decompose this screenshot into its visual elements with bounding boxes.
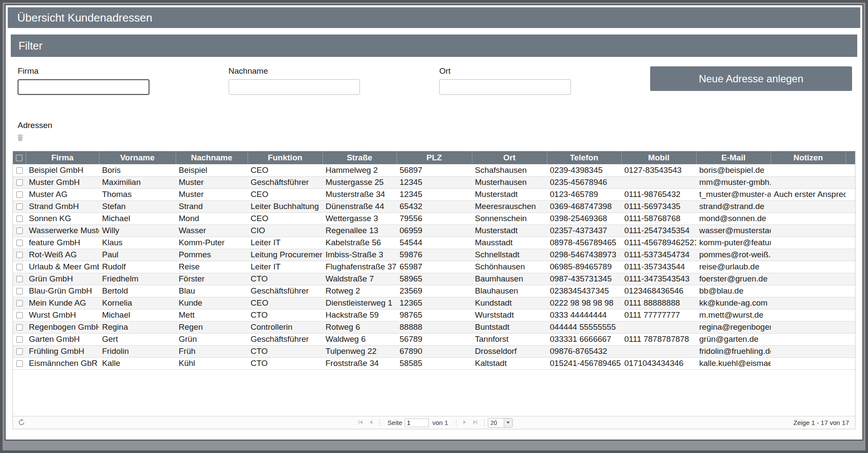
row-select-cell — [13, 321, 26, 333]
cell-plz: 88888 — [397, 321, 472, 333]
row-checkbox[interactable] — [16, 240, 23, 246]
row-select-cell — [13, 225, 26, 237]
table-row[interactable]: Beispiel GmbHBorisBeispielCEOHammelweg 2… — [13, 164, 855, 176]
new-address-button[interactable]: Neue Adresse anlegen — [650, 66, 852, 91]
table-row[interactable]: Sonnen KGMichaelMondCEOWettergasse 37955… — [13, 212, 855, 225]
row-checkbox[interactable] — [16, 312, 23, 319]
select-all-checkbox[interactable] — [16, 155, 22, 161]
cell-telefon: 0235-45678946 — [547, 176, 621, 188]
filter-section-header: Filter — [11, 34, 857, 57]
column-header-email[interactable]: E-Mail — [696, 151, 771, 164]
row-checkbox[interactable] — [16, 228, 23, 234]
table-row[interactable]: Frühling GmbHFridolinFrühCTOTulpenweg 22… — [13, 345, 855, 357]
row-checkbox[interactable] — [16, 300, 23, 306]
row-checkbox[interactable] — [16, 276, 23, 282]
table-row[interactable]: Grün GmbHFriedhelmFörsterCTOWaldstraße 7… — [13, 273, 855, 285]
column-header-strasse[interactable]: Straße — [322, 151, 397, 164]
cell-telefon: 0238345437345 — [547, 285, 621, 297]
row-checkbox[interactable] — [16, 360, 23, 367]
cell-telefon: 0398-25469368 — [547, 212, 621, 225]
row-checkbox[interactable] — [16, 252, 23, 258]
cell-firma: Muster AG — [26, 188, 99, 200]
cell-mobil — [621, 345, 696, 357]
first-page-button[interactable] — [355, 418, 366, 428]
row-checkbox[interactable] — [16, 203, 23, 210]
table-row[interactable]: Wurst GmbHMichaelMettCTOHackstraße 59987… — [13, 309, 855, 321]
row-select-cell — [13, 164, 26, 176]
column-header-funktion[interactable]: Funktion — [248, 151, 322, 164]
column-header-plz[interactable]: PLZ — [397, 151, 472, 164]
last-page-button[interactable] — [470, 418, 480, 428]
row-checkbox[interactable] — [16, 216, 23, 222]
cell-plz: 56897 — [397, 164, 472, 176]
firma-input[interactable] — [18, 79, 149, 95]
cell-telefon: 06985-89465789 — [547, 261, 621, 273]
cell-nachname: Beispiel — [176, 164, 248, 176]
cell-notizen — [771, 212, 846, 225]
row-select-cell — [13, 357, 26, 369]
cell-plz: 59876 — [397, 249, 472, 261]
column-header-nachname[interactable]: Nachname — [176, 151, 248, 164]
row-checkbox[interactable] — [16, 288, 23, 294]
table-row[interactable]: Eismännchen GbRKalleKühlCTOFroststraße 3… — [13, 357, 855, 369]
table-row[interactable]: Mein Kunde AGKorneliaKundeCEODienstleist… — [13, 297, 855, 309]
table-row[interactable]: Muster AGThomasMusterCEOMusterstraße 341… — [13, 188, 855, 200]
nachname-input[interactable] — [229, 79, 360, 95]
row-checkbox[interactable] — [16, 167, 23, 174]
cell-vorname: Thomas — [99, 188, 176, 200]
row-spacer-cell — [846, 297, 855, 309]
column-header-telefon[interactable]: Telefon — [547, 151, 621, 164]
trash-icon — [17, 135, 24, 143]
column-header-firma[interactable]: Firma — [26, 151, 99, 164]
table-row[interactable]: Wasserwerke MusterstadtWillyWasserCIOReg… — [13, 225, 855, 237]
delete-address-button[interactable] — [17, 134, 25, 142]
table-row[interactable]: Urlaub & Meer GmbHRudolfReiseLeiter ITFl… — [13, 261, 855, 273]
column-header-ort[interactable]: Ort — [472, 151, 547, 164]
table-row[interactable]: Muster GmbHMaximilianMusterGeschäftsführ… — [13, 176, 855, 188]
table-row[interactable]: Garten GmbHGertGrünGeschäftsführerWaldwe… — [13, 333, 855, 345]
cell-strasse: Froststraße 34 — [322, 357, 397, 369]
cell-notizen — [771, 176, 846, 188]
cell-nachname: Früh — [176, 345, 248, 357]
cell-mobil: 0111 77777777 — [621, 309, 696, 321]
row-checkbox[interactable] — [16, 191, 23, 198]
cell-firma: Blau-Grün GmbH — [26, 285, 99, 297]
cell-telefon: 09876-8765432 — [547, 345, 621, 357]
row-checkbox[interactable] — [16, 324, 23, 331]
column-header-vorname[interactable]: Vorname — [99, 151, 176, 164]
page-number-input[interactable] — [405, 419, 429, 427]
row-checkbox[interactable] — [16, 179, 23, 186]
page-size-value: 20 — [488, 419, 504, 427]
column-header-notizen[interactable]: Notizen — [771, 151, 846, 164]
refresh-button[interactable] — [18, 419, 26, 427]
ort-field-label: Ort — [439, 66, 571, 76]
cell-mobil: 0111-357343544 — [621, 261, 696, 273]
row-select-cell — [13, 297, 26, 309]
cell-firma: Beispiel GmbH — [26, 164, 99, 176]
row-checkbox[interactable] — [16, 348, 23, 355]
cell-telefon: 015241-456789465 — [547, 357, 621, 369]
cell-nachname: Wasser — [176, 225, 248, 237]
table-row[interactable]: Blau-Grün GmbHBertoldBlauGeschäftsführer… — [13, 285, 855, 297]
prev-page-button[interactable] — [366, 418, 376, 428]
cell-notizen — [771, 345, 846, 357]
ort-input[interactable] — [439, 79, 571, 95]
column-header-mobil[interactable]: Mobil — [621, 151, 696, 164]
row-spacer-cell — [846, 285, 855, 297]
table-row[interactable]: Strand GmbHStefanStrandLeiter Buchhaltun… — [13, 200, 855, 212]
window-frame: Übersicht Kundenadressen Filter Firma Na… — [0, 0, 868, 453]
next-page-button[interactable] — [460, 418, 470, 428]
page-size-select[interactable]: 20 — [488, 418, 513, 428]
table-row[interactable]: Rot-Weiß AGPaulPommesLeitung Procurement… — [13, 249, 855, 261]
cell-notizen — [771, 297, 846, 309]
cell-ort: Musterstadt — [472, 188, 547, 200]
table-row[interactable]: Regenbogen GmbHReginaRegenControllerinRo… — [13, 321, 855, 333]
row-checkbox[interactable] — [16, 264, 23, 270]
table-row[interactable]: feature GmbHKlausKomm-PuterLeiter ITKabe… — [13, 237, 855, 249]
cell-telefon: 0239-4398345 — [547, 164, 621, 176]
cell-strasse: Mustergasse 25 — [322, 176, 397, 188]
row-checkbox[interactable] — [16, 336, 23, 343]
cell-telefon: 02357-4373437 — [547, 225, 621, 237]
cell-strasse: Dünenstraße 44 — [322, 200, 397, 212]
cell-email: t_muster@muster-ag.de — [696, 188, 771, 200]
